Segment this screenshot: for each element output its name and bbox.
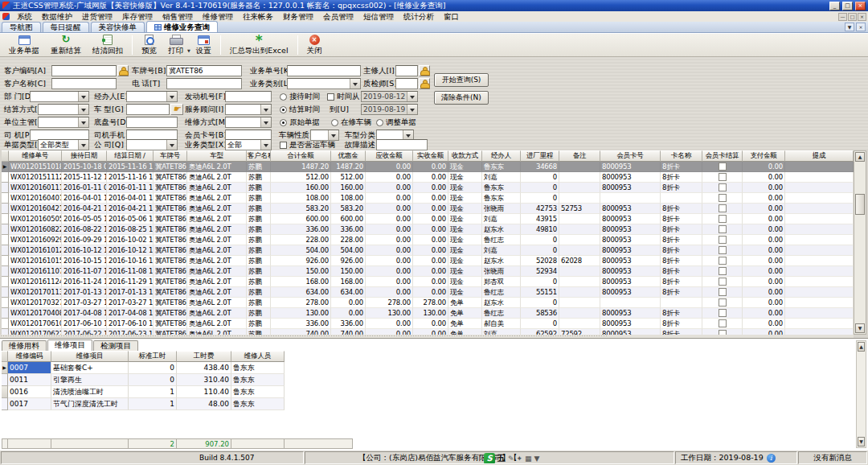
menu-item[interactable]: 统计分析: [399, 11, 439, 22]
member-card-settle-checkbox[interactable]: [719, 163, 727, 171]
column-header[interactable]: 进厂里程: [521, 150, 559, 162]
column-header[interactable]: 维修人员: [231, 351, 285, 362]
column-header[interactable]: 维修项目: [51, 351, 129, 362]
column-header[interactable]: 维修单号: [9, 150, 62, 162]
table-row[interactable]: WX0120170610001 2017-06-10 15 2017-06-10…: [2, 319, 854, 329]
column-header[interactable]: 车型: [187, 150, 247, 162]
member-card-settle-checkbox[interactable]: [719, 173, 727, 181]
column-header[interactable]: 标准工时: [129, 351, 177, 362]
resettle-button[interactable]: ↻ 重新结算: [45, 34, 87, 56]
table-row[interactable]: WX0120161124004 2016-11-24 17 2016-11-29…: [2, 277, 854, 287]
mdi-minimize-button[interactable]: —: [838, 13, 847, 21]
menu-item[interactable]: 进货管理: [77, 11, 117, 22]
customer-name-input[interactable]: [51, 78, 117, 89]
minimize-button[interactable]: _: [829, 2, 840, 10]
toolbox-icon[interactable]: ▼: [534, 455, 540, 463]
table-row[interactable]: WX0120160111001 2016-01-11 09 2016-01-11…: [2, 183, 854, 193]
keyboard-icon[interactable]: ▦: [525, 455, 532, 463]
table-row[interactable]: WX0120161012004 2016-10-12 13 2016-10-12…: [2, 245, 854, 256]
system-menu-icon[interactable]: [2, 13, 10, 20]
tab-list-icon[interactable]: ▼: [845, 23, 854, 31]
biz-category-select[interactable]: [287, 78, 361, 89]
mdi-restore-button[interactable]: □: [848, 13, 857, 21]
list-item[interactable]: 0011 引擎再生 0 310.40 鲁东东: [2, 374, 285, 386]
print-button[interactable]: 打印: [162, 34, 189, 56]
dept-select[interactable]: [30, 91, 89, 102]
menu-item[interactable]: 数据维护: [37, 11, 77, 22]
tab-inspection-items[interactable]: 检测项目: [93, 340, 138, 351]
customer-lookup-icon[interactable]: [117, 65, 129, 76]
member-card-settle-checkbox[interactable]: [719, 225, 727, 233]
column-header[interactable]: 备注: [559, 150, 600, 162]
engine-no-input[interactable]: [225, 91, 272, 102]
tab-repair-business-query[interactable]: 维修业务查询: [146, 21, 218, 32]
scrollbar-thumb[interactable]: [855, 194, 865, 215]
time-from-checkbox[interactable]: 时间从: [327, 91, 360, 102]
table-row[interactable]: WX0120161107006 2016-11-07 16 2016-11-08…: [2, 266, 854, 277]
table-row[interactable]: WX0120151018001 2015-10-18 09 2015-11-16…: [2, 162, 854, 172]
tab-daily-reminder[interactable]: 每日提醒: [43, 22, 89, 32]
tab-close-icon[interactable]: ×: [856, 23, 866, 31]
clear-conditions-button[interactable]: 清除条件(N): [434, 91, 489, 105]
column-header[interactable]: 应收金额: [366, 150, 413, 162]
in-repair-radio[interactable]: 在修车辆: [331, 117, 371, 128]
qc-lookup-icon[interactable]: [419, 78, 430, 89]
chief-lookup-icon[interactable]: [419, 65, 430, 76]
chassis-input[interactable]: [126, 117, 178, 128]
date-to-select[interactable]: 2019-08-19: [361, 104, 418, 115]
original-doc-radio[interactable]: 原始单据: [280, 117, 320, 128]
phone-input[interactable]: [166, 78, 242, 89]
grid-vertical-scrollbar[interactable]: ▲ ▼: [854, 150, 866, 335]
table-row[interactable]: WX0120170327004 2017-03-27 11 2017-03-27…: [2, 298, 854, 308]
table-row[interactable]: WX0120160929002 2016-09-29 12 2016-10-02…: [2, 235, 854, 245]
table-row[interactable]: WX0120160421003 2016-04-21 11 2016-04-21…: [2, 204, 854, 214]
menu-item[interactable]: 财务管理: [278, 11, 318, 22]
mdi-close-button[interactable]: ×: [858, 13, 866, 21]
car-model-input[interactable]: [126, 104, 170, 115]
column-header[interactable]: 卡名称: [661, 150, 702, 162]
member-card-settle-checkbox[interactable]: [719, 194, 727, 202]
column-header[interactable]: 提成: [785, 150, 854, 162]
scroll-down-icon[interactable]: ▼: [858, 437, 865, 446]
member-card-settle-checkbox[interactable]: [719, 236, 727, 244]
export-excel-button[interactable]: * 汇总导出到Excel: [224, 34, 294, 56]
list-item[interactable]: 0016 清洗喷油嘴工时 1 110.40 鲁东东: [2, 386, 285, 398]
tab-repair-materials[interactable]: 维修用料: [2, 340, 47, 351]
info-icon[interactable]: i: [767, 454, 776, 463]
detail-vertical-scrollbar[interactable]: ▲ ▼: [856, 340, 866, 448]
member-card-settle-checkbox[interactable]: [719, 288, 727, 296]
table-row[interactable]: WX0120161015004 2016-10-15 16 2016-10-16…: [2, 256, 854, 266]
company-select[interactable]: [126, 139, 178, 150]
column-header[interactable]: 工时费: [177, 351, 231, 362]
scroll-down-icon[interactable]: ▼: [855, 323, 865, 333]
repair-method-select[interactable]: [225, 117, 272, 128]
tab-navigation-map[interactable]: 导航图: [2, 22, 41, 32]
date-from-select[interactable]: 2019-08-12: [361, 91, 418, 102]
close-button[interactable]: ×: [855, 2, 866, 10]
reception-time-radio[interactable]: 接待时间: [280, 91, 320, 102]
pen-icon[interactable]: ✎: [508, 455, 514, 463]
maximize-button[interactable]: □: [842, 2, 853, 10]
column-header[interactable]: 合计金额: [271, 150, 331, 162]
table-row[interactable]: WX0120160822003 2016-08-22 15 2016-08-25…: [2, 224, 854, 235]
member-card-settle-checkbox[interactable]: [719, 298, 727, 307]
biz-no-input[interactable]: [287, 65, 361, 76]
unit-manager-select[interactable]: [38, 117, 89, 128]
qc-input[interactable]: [395, 78, 418, 89]
column-header[interactable]: 实收金额: [413, 150, 448, 162]
table-row[interactable]: WX0120170408003 2017-04-08 13 2017-04-08…: [2, 308, 854, 319]
menu-item[interactable]: 短信管理: [358, 11, 399, 22]
list-item[interactable]: 0017 节气门深度清洗工时 1 48.00 鲁东东: [2, 398, 285, 410]
column-header[interactable]: 接待日期: [62, 150, 107, 162]
column-header[interactable]: 结算日期 ∕: [107, 150, 154, 162]
table-row[interactable]: WX0120160505003 2016-05-05 10 2016-05-06…: [2, 214, 854, 224]
scroll-up-icon[interactable]: ▲: [855, 152, 865, 162]
menu-item[interactable]: 会员管理: [318, 11, 358, 22]
column-header[interactable]: 车牌号: [154, 150, 187, 162]
operating-vehicle-checkbox[interactable]: 是否营运车辆: [280, 139, 335, 150]
member-card-settle-checkbox[interactable]: [719, 204, 727, 212]
menu-item[interactable]: 窗口: [439, 11, 464, 22]
table-row[interactable]: WX0120151112002 2015-11-12 15 2015-11-16…: [2, 172, 854, 183]
start-query-button[interactable]: 开始查询(S): [434, 73, 489, 87]
tab-repair-items[interactable]: 维修项目: [47, 339, 92, 351]
